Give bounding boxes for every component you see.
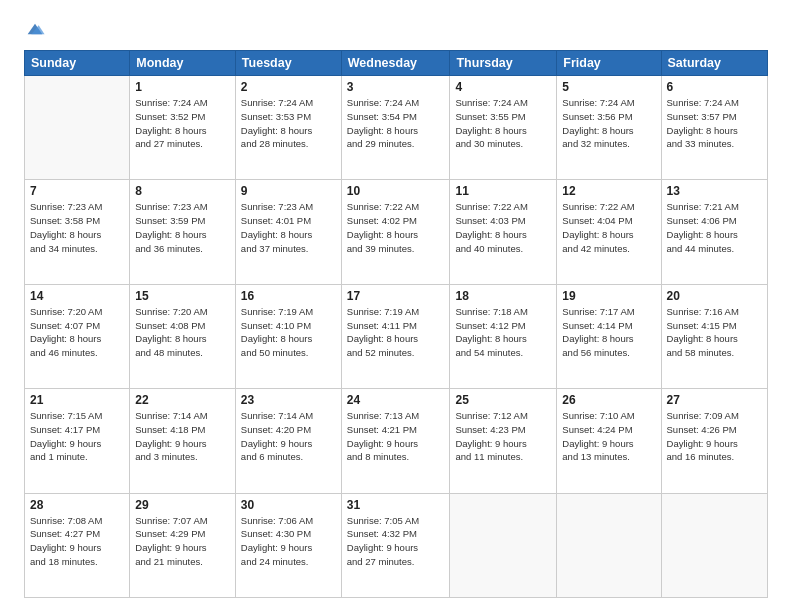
day-info: Sunrise: 7:23 AM Sunset: 3:59 PM Dayligh… bbox=[135, 200, 230, 255]
weekday-header-row: SundayMondayTuesdayWednesdayThursdayFrid… bbox=[25, 51, 768, 76]
day-info: Sunrise: 7:15 AM Sunset: 4:17 PM Dayligh… bbox=[30, 409, 124, 464]
day-info: Sunrise: 7:13 AM Sunset: 4:21 PM Dayligh… bbox=[347, 409, 445, 464]
day-info: Sunrise: 7:19 AM Sunset: 4:11 PM Dayligh… bbox=[347, 305, 445, 360]
day-info: Sunrise: 7:12 AM Sunset: 4:23 PM Dayligh… bbox=[455, 409, 551, 464]
day-number: 9 bbox=[241, 184, 336, 198]
day-info: Sunrise: 7:08 AM Sunset: 4:27 PM Dayligh… bbox=[30, 514, 124, 569]
day-number: 28 bbox=[30, 498, 124, 512]
day-number: 4 bbox=[455, 80, 551, 94]
day-number: 8 bbox=[135, 184, 230, 198]
day-info: Sunrise: 7:24 AM Sunset: 3:54 PM Dayligh… bbox=[347, 96, 445, 151]
calendar-cell: 14Sunrise: 7:20 AM Sunset: 4:07 PM Dayli… bbox=[25, 284, 130, 388]
day-number: 16 bbox=[241, 289, 336, 303]
calendar-cell: 29Sunrise: 7:07 AM Sunset: 4:29 PM Dayli… bbox=[130, 493, 236, 597]
day-number: 13 bbox=[667, 184, 762, 198]
logo-icon bbox=[24, 18, 46, 40]
calendar-cell: 7Sunrise: 7:23 AM Sunset: 3:58 PM Daylig… bbox=[25, 180, 130, 284]
day-info: Sunrise: 7:07 AM Sunset: 4:29 PM Dayligh… bbox=[135, 514, 230, 569]
calendar-cell: 8Sunrise: 7:23 AM Sunset: 3:59 PM Daylig… bbox=[130, 180, 236, 284]
calendar-week-5: 28Sunrise: 7:08 AM Sunset: 4:27 PM Dayli… bbox=[25, 493, 768, 597]
weekday-header-friday: Friday bbox=[557, 51, 661, 76]
calendar-cell: 5Sunrise: 7:24 AM Sunset: 3:56 PM Daylig… bbox=[557, 76, 661, 180]
day-number: 7 bbox=[30, 184, 124, 198]
day-info: Sunrise: 7:24 AM Sunset: 3:57 PM Dayligh… bbox=[667, 96, 762, 151]
day-info: Sunrise: 7:22 AM Sunset: 4:02 PM Dayligh… bbox=[347, 200, 445, 255]
day-info: Sunrise: 7:16 AM Sunset: 4:15 PM Dayligh… bbox=[667, 305, 762, 360]
calendar-table: SundayMondayTuesdayWednesdayThursdayFrid… bbox=[24, 50, 768, 598]
day-info: Sunrise: 7:24 AM Sunset: 3:55 PM Dayligh… bbox=[455, 96, 551, 151]
weekday-header-sunday: Sunday bbox=[25, 51, 130, 76]
calendar-cell: 26Sunrise: 7:10 AM Sunset: 4:24 PM Dayli… bbox=[557, 389, 661, 493]
calendar-cell: 4Sunrise: 7:24 AM Sunset: 3:55 PM Daylig… bbox=[450, 76, 557, 180]
calendar-cell: 15Sunrise: 7:20 AM Sunset: 4:08 PM Dayli… bbox=[130, 284, 236, 388]
day-number: 2 bbox=[241, 80, 336, 94]
day-info: Sunrise: 7:24 AM Sunset: 3:56 PM Dayligh… bbox=[562, 96, 655, 151]
calendar-cell: 13Sunrise: 7:21 AM Sunset: 4:06 PM Dayli… bbox=[661, 180, 767, 284]
logo bbox=[24, 18, 50, 40]
calendar-cell: 21Sunrise: 7:15 AM Sunset: 4:17 PM Dayli… bbox=[25, 389, 130, 493]
calendar-cell: 17Sunrise: 7:19 AM Sunset: 4:11 PM Dayli… bbox=[341, 284, 450, 388]
day-number: 24 bbox=[347, 393, 445, 407]
day-number: 5 bbox=[562, 80, 655, 94]
calendar-cell: 31Sunrise: 7:05 AM Sunset: 4:32 PM Dayli… bbox=[341, 493, 450, 597]
page: SundayMondayTuesdayWednesdayThursdayFrid… bbox=[0, 0, 792, 612]
weekday-header-thursday: Thursday bbox=[450, 51, 557, 76]
calendar-cell: 1Sunrise: 7:24 AM Sunset: 3:52 PM Daylig… bbox=[130, 76, 236, 180]
day-info: Sunrise: 7:14 AM Sunset: 4:18 PM Dayligh… bbox=[135, 409, 230, 464]
day-number: 29 bbox=[135, 498, 230, 512]
calendar-cell: 3Sunrise: 7:24 AM Sunset: 3:54 PM Daylig… bbox=[341, 76, 450, 180]
calendar-cell: 2Sunrise: 7:24 AM Sunset: 3:53 PM Daylig… bbox=[235, 76, 341, 180]
calendar-cell: 11Sunrise: 7:22 AM Sunset: 4:03 PM Dayli… bbox=[450, 180, 557, 284]
calendar-cell: 6Sunrise: 7:24 AM Sunset: 3:57 PM Daylig… bbox=[661, 76, 767, 180]
day-number: 26 bbox=[562, 393, 655, 407]
day-number: 12 bbox=[562, 184, 655, 198]
calendar-cell bbox=[450, 493, 557, 597]
calendar-cell: 20Sunrise: 7:16 AM Sunset: 4:15 PM Dayli… bbox=[661, 284, 767, 388]
day-info: Sunrise: 7:22 AM Sunset: 4:03 PM Dayligh… bbox=[455, 200, 551, 255]
calendar-cell: 25Sunrise: 7:12 AM Sunset: 4:23 PM Dayli… bbox=[450, 389, 557, 493]
day-number: 19 bbox=[562, 289, 655, 303]
header bbox=[24, 18, 768, 40]
day-info: Sunrise: 7:06 AM Sunset: 4:30 PM Dayligh… bbox=[241, 514, 336, 569]
calendar-cell: 19Sunrise: 7:17 AM Sunset: 4:14 PM Dayli… bbox=[557, 284, 661, 388]
calendar-week-3: 14Sunrise: 7:20 AM Sunset: 4:07 PM Dayli… bbox=[25, 284, 768, 388]
day-number: 20 bbox=[667, 289, 762, 303]
day-info: Sunrise: 7:24 AM Sunset: 3:53 PM Dayligh… bbox=[241, 96, 336, 151]
calendar-cell: 16Sunrise: 7:19 AM Sunset: 4:10 PM Dayli… bbox=[235, 284, 341, 388]
weekday-header-tuesday: Tuesday bbox=[235, 51, 341, 76]
day-info: Sunrise: 7:14 AM Sunset: 4:20 PM Dayligh… bbox=[241, 409, 336, 464]
day-info: Sunrise: 7:20 AM Sunset: 4:08 PM Dayligh… bbox=[135, 305, 230, 360]
weekday-header-monday: Monday bbox=[130, 51, 236, 76]
day-number: 30 bbox=[241, 498, 336, 512]
day-info: Sunrise: 7:09 AM Sunset: 4:26 PM Dayligh… bbox=[667, 409, 762, 464]
day-number: 22 bbox=[135, 393, 230, 407]
day-number: 10 bbox=[347, 184, 445, 198]
day-number: 1 bbox=[135, 80, 230, 94]
day-info: Sunrise: 7:24 AM Sunset: 3:52 PM Dayligh… bbox=[135, 96, 230, 151]
day-info: Sunrise: 7:05 AM Sunset: 4:32 PM Dayligh… bbox=[347, 514, 445, 569]
calendar-week-4: 21Sunrise: 7:15 AM Sunset: 4:17 PM Dayli… bbox=[25, 389, 768, 493]
day-info: Sunrise: 7:19 AM Sunset: 4:10 PM Dayligh… bbox=[241, 305, 336, 360]
calendar-cell bbox=[661, 493, 767, 597]
day-number: 14 bbox=[30, 289, 124, 303]
day-info: Sunrise: 7:17 AM Sunset: 4:14 PM Dayligh… bbox=[562, 305, 655, 360]
calendar-cell: 12Sunrise: 7:22 AM Sunset: 4:04 PM Dayli… bbox=[557, 180, 661, 284]
calendar-cell: 24Sunrise: 7:13 AM Sunset: 4:21 PM Dayli… bbox=[341, 389, 450, 493]
day-info: Sunrise: 7:23 AM Sunset: 3:58 PM Dayligh… bbox=[30, 200, 124, 255]
calendar-cell: 9Sunrise: 7:23 AM Sunset: 4:01 PM Daylig… bbox=[235, 180, 341, 284]
day-number: 6 bbox=[667, 80, 762, 94]
weekday-header-wednesday: Wednesday bbox=[341, 51, 450, 76]
weekday-header-saturday: Saturday bbox=[661, 51, 767, 76]
calendar-cell bbox=[25, 76, 130, 180]
day-number: 3 bbox=[347, 80, 445, 94]
day-number: 31 bbox=[347, 498, 445, 512]
day-info: Sunrise: 7:22 AM Sunset: 4:04 PM Dayligh… bbox=[562, 200, 655, 255]
day-number: 15 bbox=[135, 289, 230, 303]
calendar-cell: 27Sunrise: 7:09 AM Sunset: 4:26 PM Dayli… bbox=[661, 389, 767, 493]
calendar-week-1: 1Sunrise: 7:24 AM Sunset: 3:52 PM Daylig… bbox=[25, 76, 768, 180]
day-number: 25 bbox=[455, 393, 551, 407]
calendar-week-2: 7Sunrise: 7:23 AM Sunset: 3:58 PM Daylig… bbox=[25, 180, 768, 284]
calendar-cell: 30Sunrise: 7:06 AM Sunset: 4:30 PM Dayli… bbox=[235, 493, 341, 597]
day-info: Sunrise: 7:10 AM Sunset: 4:24 PM Dayligh… bbox=[562, 409, 655, 464]
calendar-cell: 22Sunrise: 7:14 AM Sunset: 4:18 PM Dayli… bbox=[130, 389, 236, 493]
